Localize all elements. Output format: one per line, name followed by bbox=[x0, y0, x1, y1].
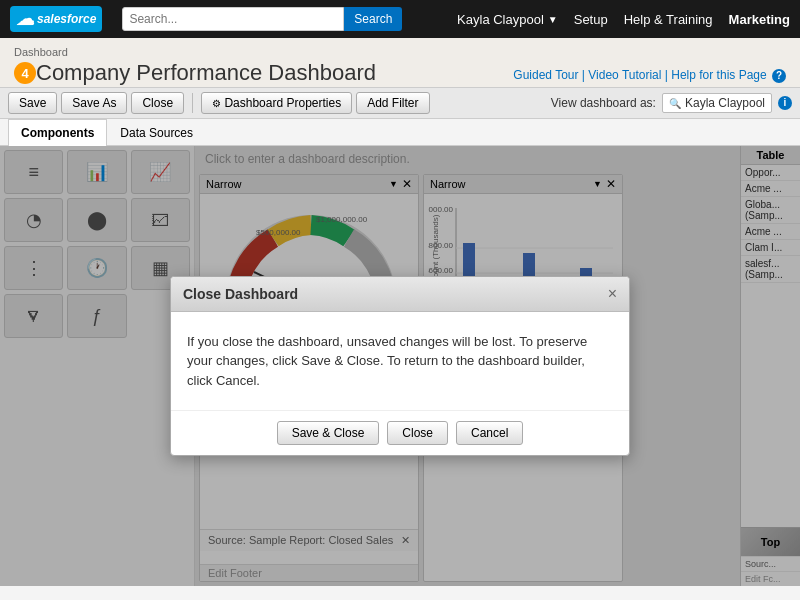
marketing-link[interactable]: Marketing bbox=[729, 12, 790, 27]
view-user-input[interactable]: 🔍 Kayla Claypool bbox=[662, 93, 772, 113]
breadcrumb: Dashboard bbox=[14, 46, 786, 58]
sub-header: Dashboard 4 Company Performance Dashboar… bbox=[0, 38, 800, 88]
video-tutorial-link[interactable]: Video Tutorial bbox=[588, 68, 661, 82]
close-button[interactable]: Close bbox=[131, 92, 184, 114]
step-badge: 4 bbox=[14, 62, 36, 84]
separator bbox=[192, 93, 193, 113]
logo-text: salesforce bbox=[37, 12, 96, 26]
guided-tour-link[interactable]: Guided Tour bbox=[513, 68, 578, 82]
save-close-button[interactable]: Save & Close bbox=[277, 421, 380, 445]
help-icon[interactable]: ? bbox=[772, 69, 786, 83]
tab-data-sources[interactable]: Data Sources bbox=[107, 119, 206, 146]
modal-footer: Save & Close Close Cancel bbox=[171, 410, 629, 455]
info-icon[interactable]: i bbox=[778, 96, 792, 110]
tabs: Components Data Sources bbox=[0, 119, 800, 146]
save-as-button[interactable]: Save As bbox=[61, 92, 127, 114]
search-button[interactable]: Search bbox=[344, 7, 402, 31]
help-page-link[interactable]: Help for this Page bbox=[671, 68, 766, 82]
cancel-button[interactable]: Cancel bbox=[456, 421, 523, 445]
search-input[interactable] bbox=[122, 7, 344, 31]
modal-close-icon[interactable]: × bbox=[608, 285, 617, 303]
help-training-link[interactable]: Help & Training bbox=[624, 12, 713, 27]
header-nav: Kayla Claypool ▼ Setup Help & Training M… bbox=[457, 12, 790, 27]
view-user-name: Kayla Claypool bbox=[685, 96, 765, 110]
dashboard-properties-button[interactable]: ⚙ Dashboard Properties bbox=[201, 92, 352, 114]
modal-close-button[interactable]: Close bbox=[387, 421, 448, 445]
modal-body-text: If you close the dashboard, unsaved chan… bbox=[187, 332, 613, 391]
search-box: Search bbox=[122, 7, 402, 31]
view-label: View dashboard as: bbox=[551, 96, 656, 110]
view-dashboard-as: View dashboard as: 🔍 Kayla Claypool i bbox=[551, 93, 792, 113]
user-dropdown-arrow: ▼ bbox=[548, 14, 558, 25]
user-menu[interactable]: Kayla Claypool ▼ bbox=[457, 12, 558, 27]
modal-header: Close Dashboard × bbox=[171, 277, 629, 312]
setup-link[interactable]: Setup bbox=[574, 12, 608, 27]
modal-body: If you close the dashboard, unsaved chan… bbox=[171, 312, 629, 411]
salesforce-logo: ☁ salesforce bbox=[10, 6, 102, 32]
main-area: ≡ 📊 📈 ◔ ⬤ 🗠 ⋮ 🕐 ▦ ⛛ ƒ Click to enter a d… bbox=[0, 146, 800, 586]
close-dashboard-modal: Close Dashboard × If you close the dashb… bbox=[170, 276, 630, 457]
modal-overlay: Close Dashboard × If you close the dashb… bbox=[0, 146, 800, 586]
toolbar: Save Save As Close ⚙ Dashboard Propertie… bbox=[0, 88, 800, 119]
save-button[interactable]: Save bbox=[8, 92, 57, 114]
app-header: ☁ salesforce Search Kayla Claypool ▼ Set… bbox=[0, 0, 800, 38]
page-title: Company Performance Dashboard bbox=[36, 60, 376, 86]
modal-title: Close Dashboard bbox=[183, 286, 298, 302]
add-filter-button[interactable]: Add Filter bbox=[356, 92, 429, 114]
tab-components[interactable]: Components bbox=[8, 119, 107, 146]
